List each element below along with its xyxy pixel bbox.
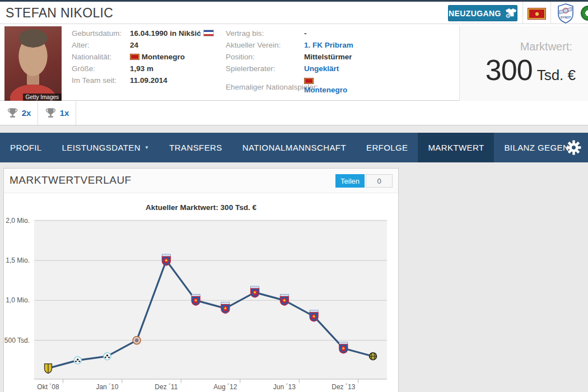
- trophy-count: 1x: [60, 108, 69, 118]
- trophy-count: 2x: [22, 108, 31, 118]
- info-row-im-team-seit: Im Team seit: 11.09.2014: [72, 76, 240, 88]
- steaua-crest-icon: [192, 294, 200, 305]
- trophy-icon: [45, 107, 57, 119]
- info-row-ehemaliger-nationalspieler: Ehemaliger Nationalspieler: Montenegro: [226, 78, 427, 99]
- tab-profil[interactable]: PROFIL: [0, 133, 52, 162]
- info-row-spielerberater: Spielerberater: Ungeklärt: [226, 64, 427, 76]
- x-tick-label: Jan ´10: [96, 383, 118, 391]
- shirt-plus-icon: [505, 8, 517, 18]
- y-tick-label: 500 Tsd.: [4, 337, 30, 344]
- market-value-chart: 2,0 Mio.1,5 Mio.1,0 Mio.500 Tsd.Okt ´08J…: [4, 213, 399, 392]
- synot-liga-badge-icon: SYNOT: [557, 3, 574, 24]
- header-league-cell[interactable]: SYNOT: [550, 2, 580, 25]
- partner-badge-icon[interactable]: [581, 6, 588, 21]
- steaua-crest-icon: [162, 254, 170, 265]
- info-row-aktueller-verein: Aktueller Verein: 1. FK Pribram: [226, 41, 427, 53]
- neuzugang-button[interactable]: NEUZUGANG: [448, 5, 517, 21]
- bronze-crest-icon: [133, 337, 141, 344]
- gear-icon[interactable]: [566, 140, 581, 155]
- share-count[interactable]: 0: [366, 174, 393, 188]
- player-info-section: Getty Images Geburtsdatum: 16.04.1990 in…: [0, 24, 588, 101]
- plot-area: [34, 220, 387, 379]
- x-tick-label: Dez ´11: [155, 383, 178, 391]
- info-row-alter: Alter: 24: [72, 41, 240, 53]
- tab-nationalmannschaft[interactable]: NATIONALMANNSCHAFT: [232, 133, 356, 162]
- generic-ball-icon: [104, 353, 111, 360]
- chart-title: Aktueller Marktwert: 300 Tsd. €: [4, 203, 398, 212]
- market-value-box: Marktwert: 300 Tsd. €: [459, 26, 588, 101]
- x-tick-label: Okt ´08: [37, 383, 59, 391]
- section-title: MARKTWERTVERLAUF: [10, 174, 132, 186]
- main-navigation: PROFIL LEISTUNGSDATEN▼ TRANSFERS NATIONA…: [0, 133, 588, 162]
- y-tick-label: 1,0 Mio.: [6, 296, 30, 304]
- photo-credit: Getty Images: [23, 94, 62, 101]
- trophy-row: 2x 1x: [0, 101, 588, 125]
- sutjeska-yellow-crest-icon: [45, 364, 52, 374]
- chevron-down-icon: ▼: [144, 145, 149, 150]
- title-bar: STEFAN NIKOLIC NEUZUGANG SYNOT: [0, 2, 588, 24]
- y-tick-label: 1,5 Mio.: [6, 256, 30, 264]
- page-title: STEFAN NIKOLIC: [6, 6, 113, 21]
- trophy-cell-1[interactable]: 2x: [0, 101, 38, 125]
- neuzugang-label: NEUZUGANG: [449, 9, 501, 18]
- header-nation-cell[interactable]: [522, 2, 550, 25]
- trophy-icon: [7, 107, 18, 119]
- generic-ball-icon: [74, 357, 81, 364]
- market-value: 300 Tsd. €: [486, 53, 588, 87]
- montenegro-flag-icon: [304, 78, 314, 84]
- tab-marktwert[interactable]: MARKTWERT: [418, 133, 494, 162]
- trophy-cell-2[interactable]: 1x: [38, 101, 76, 125]
- tab-leistungsdaten[interactable]: LEISTUNGSDATEN▼: [52, 133, 160, 162]
- player-photo: Getty Images: [4, 26, 62, 101]
- market-value-panel: MARKTWERTVERLAUF Teilen 0 Aktueller Mark…: [3, 168, 399, 392]
- steaua-crest-icon: [310, 310, 318, 321]
- tab-transfers[interactable]: TRANSFERS: [159, 133, 232, 162]
- info-row-position: Position: Mittelstürmer: [226, 53, 427, 64]
- market-value-label: Marktwert:: [520, 40, 588, 53]
- x-tick-label: Aug ´12: [213, 383, 237, 391]
- share-button[interactable]: Teilen: [335, 174, 365, 188]
- national-team-link[interactable]: Montenegro: [304, 86, 347, 94]
- x-tick-label: Dez ´13: [332, 383, 355, 391]
- info-row-groesse: Größe: 1,93 m: [72, 64, 240, 76]
- yugoslavia-flag-icon: [203, 30, 214, 36]
- info-row-geburtsdatum: Geburtsdatum: 16.04.1990 in Nikšić: [72, 29, 240, 41]
- club-link[interactable]: 1. FK Pribram: [304, 41, 353, 49]
- steaua-crest-icon: [280, 294, 288, 305]
- steaua-crest-icon: [339, 342, 348, 353]
- steaua-crest-icon: [251, 286, 259, 297]
- montenegro-flag-icon: [528, 8, 546, 20]
- svg-text:SYNOT: SYNOT: [560, 16, 571, 19]
- agent-link[interactable]: Ungeklärt: [304, 64, 339, 73]
- section-header: MARKTWERTVERLAUF Teilen 0: [4, 169, 398, 193]
- info-row-nationalitaet: Nationalität: Montenegro: [72, 53, 240, 64]
- montenegro-flag-icon: [130, 54, 139, 60]
- info-row-vertrag-bis: Vertrag bis: -: [226, 29, 427, 41]
- steaua-crest-icon: [221, 302, 230, 314]
- tab-erfolge[interactable]: ERFOLGE: [356, 133, 418, 162]
- x-tick-label: Jun ´13: [273, 383, 296, 391]
- pribram-olive-ball-icon: [370, 353, 377, 360]
- y-tick-label: 2,0 Mio.: [6, 217, 30, 225]
